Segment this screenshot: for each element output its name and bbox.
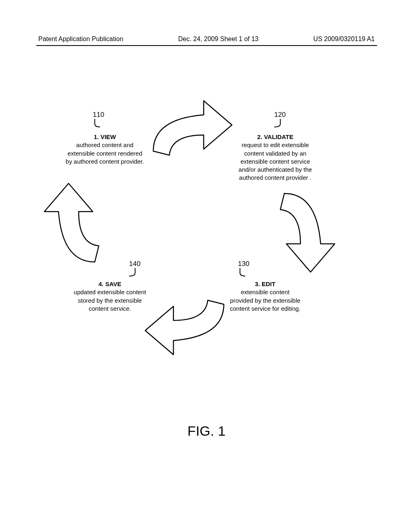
ref-tick-130 bbox=[238, 268, 250, 278]
header-rule bbox=[36, 45, 377, 46]
step-save-title: 4. SAVE bbox=[65, 280, 155, 288]
cycle-diagram: 110 1. VIEW authored content and extensi… bbox=[60, 111, 343, 393]
figure-caption: FIG. 1 bbox=[0, 423, 413, 439]
step-validate-title: 2. VALIDATE bbox=[228, 133, 323, 141]
ref-tick-140 bbox=[125, 268, 137, 278]
ref-130: 130 bbox=[238, 260, 249, 268]
ref-tick-110 bbox=[93, 119, 105, 129]
arrow-left-icon bbox=[38, 177, 107, 274]
step-view-title: 1. VIEW bbox=[58, 133, 151, 141]
header-center: Dec. 24, 2009 Sheet 1 of 13 bbox=[178, 35, 259, 43]
ref-120: 120 bbox=[274, 111, 286, 119]
step-view-body: authored content and extensible content … bbox=[58, 141, 151, 166]
header-left: Patent Application Publication bbox=[38, 35, 123, 43]
arrow-bottom-icon bbox=[139, 292, 236, 361]
step-edit-title: 3. EDIT bbox=[220, 280, 311, 288]
header-right: US 2009/0320119 A1 bbox=[313, 35, 375, 43]
step-validate: 2. VALIDATE request to edit extensible c… bbox=[228, 133, 323, 182]
step-validate-body: request to edit extensible content valid… bbox=[228, 141, 323, 182]
ref-140: 140 bbox=[129, 260, 140, 268]
arrow-right-icon bbox=[272, 181, 341, 278]
step-view: 1. VIEW authored content and extensible … bbox=[58, 133, 151, 166]
ref-110: 110 bbox=[93, 111, 104, 119]
arrow-top-icon bbox=[141, 95, 238, 163]
page-header: Patent Application Publication Dec. 24, … bbox=[0, 35, 413, 43]
ref-tick-120 bbox=[270, 119, 282, 129]
